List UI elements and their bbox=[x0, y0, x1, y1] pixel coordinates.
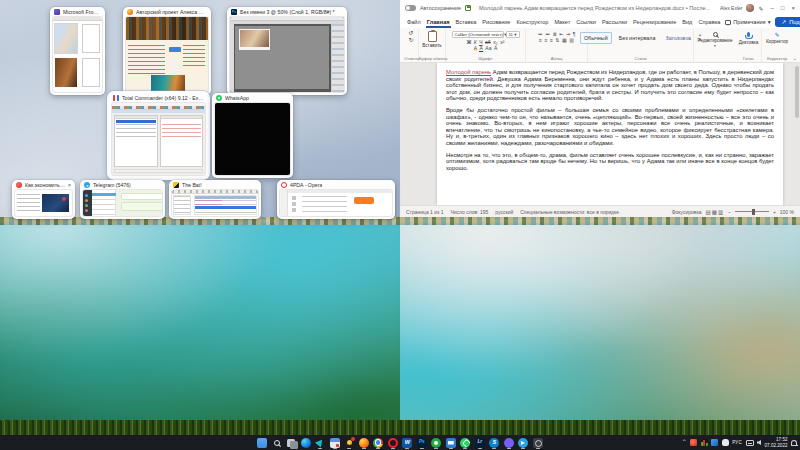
accessibility-status[interactable]: Специальные возможности: все в порядке bbox=[520, 209, 619, 215]
touch-keyboard-icon[interactable] bbox=[746, 440, 754, 446]
window-thumbnail[interactable] bbox=[83, 190, 162, 216]
close-button[interactable]: × bbox=[791, 5, 795, 11]
taskbar-task-view-button[interactable] bbox=[286, 436, 297, 450]
shading-icon[interactable]: ▦ bbox=[562, 38, 567, 43]
close-icon[interactable]: × bbox=[68, 182, 71, 188]
save-icon[interactable] bbox=[465, 5, 471, 11]
paste-button[interactable]: Вставить bbox=[422, 43, 441, 48]
task-view-card-whatsapp[interactable]: WhatsApp bbox=[212, 93, 293, 178]
word-count[interactable]: Число слов: 195 bbox=[450, 209, 488, 215]
language-indicator[interactable]: русский bbox=[495, 209, 513, 215]
tab-review[interactable]: Рецензирование bbox=[632, 18, 677, 26]
clear-format-icon[interactable]: А́ bbox=[494, 46, 497, 51]
vertical-scrollbar[interactable] bbox=[795, 66, 799, 118]
tab-draw[interactable]: Рисование bbox=[481, 18, 511, 26]
style-no-spacing[interactable]: Без интервала bbox=[616, 33, 659, 43]
taskbar-the-bat[interactable] bbox=[344, 436, 355, 450]
onedrive-icon[interactable] bbox=[722, 439, 729, 446]
redo-icon[interactable]: ↻ bbox=[408, 37, 413, 43]
tab-references[interactable]: Ссылки bbox=[575, 18, 597, 26]
task-view-card-firefox[interactable]: Авторский проект Алекса Экслера — M... bbox=[123, 7, 211, 95]
align-center-icon[interactable]: ≡ bbox=[544, 38, 547, 43]
taskbar-skype[interactable]: S bbox=[489, 436, 500, 450]
resource-monitor-icon[interactable] bbox=[701, 439, 708, 446]
multilevel-list-icon[interactable]: ≣ bbox=[553, 32, 557, 37]
task-view-card-browser-article[interactable]: Как экономить, отклю... × bbox=[12, 180, 75, 219]
tab-design[interactable]: Конструктор bbox=[515, 18, 549, 26]
tray-app-blue-icon[interactable] bbox=[711, 439, 718, 446]
bold-icon[interactable]: Ж bbox=[467, 40, 472, 45]
taskbar-total-commander[interactable] bbox=[329, 436, 340, 450]
number-list-icon[interactable]: ≕ bbox=[545, 32, 550, 37]
editing-button[interactable]: Редактирование ▾ bbox=[698, 32, 733, 48]
task-view-card-frontpage[interactable]: Microsoft FrontPage bbox=[50, 7, 105, 95]
account-name[interactable]: Alex Exler bbox=[720, 5, 743, 11]
taskbar-photoshop[interactable]: Ps bbox=[416, 436, 427, 450]
view-mode-icons[interactable]: ▤▦▥ bbox=[706, 209, 725, 215]
taskbar-clock[interactable]: 17:52 07.02.2022 bbox=[765, 437, 788, 448]
tab-help[interactable]: Справка bbox=[697, 18, 721, 26]
font-color-icon[interactable]: А bbox=[479, 46, 482, 52]
tab-home[interactable]: Главная bbox=[426, 18, 451, 26]
zoom-out-icon[interactable]: – bbox=[728, 209, 731, 215]
tab-insert[interactable]: Вставка bbox=[455, 18, 478, 26]
taskbar-viber[interactable] bbox=[503, 436, 514, 450]
tab-file[interactable]: Файл bbox=[406, 18, 422, 26]
indent-icon[interactable]: ⇥ bbox=[566, 32, 570, 37]
tray-app-red-icon[interactable] bbox=[690, 439, 697, 446]
dictate-button[interactable]: Диктовка bbox=[739, 32, 758, 45]
taskbar-mail-app[interactable] bbox=[445, 436, 456, 450]
zoom-level[interactable]: 100 % bbox=[780, 209, 794, 215]
share-button[interactable]: ↗ Поделиться bbox=[775, 17, 800, 27]
outdent-icon[interactable]: ⇤ bbox=[559, 32, 563, 37]
wallpaper-monitor-right[interactable] bbox=[400, 225, 800, 435]
strikethrough-icon[interactable]: аб bbox=[485, 40, 491, 45]
tray-overflow-chevron[interactable]: ⌃ bbox=[682, 439, 687, 445]
font-size-combobox[interactable]: 11 ▾ bbox=[506, 31, 520, 38]
taskbar-telegram[interactable] bbox=[518, 436, 529, 450]
minimize-button[interactable]: – bbox=[771, 5, 774, 11]
font-name-combobox[interactable]: Calibri (Основной текст) ▾ bbox=[452, 31, 504, 38]
align-right-icon[interactable]: ≡ bbox=[550, 38, 553, 43]
style-heading[interactable]: Заголовок bbox=[662, 33, 694, 43]
window-thumbnail[interactable] bbox=[172, 190, 258, 216]
hyperlink[interactable]: Молодой парень bbox=[446, 69, 491, 75]
window-thumbnail[interactable] bbox=[53, 17, 102, 92]
taskbar-settings[interactable] bbox=[532, 436, 543, 450]
editor-button[interactable]: ✎ Корректор bbox=[766, 32, 788, 44]
focus-mode-button[interactable]: Фокусировка bbox=[672, 209, 702, 215]
autosave-toggle[interactable] bbox=[405, 5, 416, 11]
task-view-card-telegram[interactable]: ◂ Telegram (5476) bbox=[80, 180, 165, 219]
window-thumbnail[interactable] bbox=[280, 190, 392, 216]
taskbar-start-button[interactable] bbox=[257, 436, 268, 450]
taskbar-green-messenger[interactable] bbox=[431, 436, 442, 450]
tab-view[interactable]: Вид bbox=[681, 18, 693, 26]
maximize-button[interactable]: □ bbox=[781, 5, 785, 11]
subscript-icon[interactable]: x₂ bbox=[493, 40, 497, 45]
window-thumbnail[interactable] bbox=[215, 103, 290, 175]
notifications-bell-icon[interactable] bbox=[791, 440, 797, 446]
taskbar-firefox[interactable] bbox=[358, 436, 369, 450]
zoom-slider[interactable] bbox=[735, 211, 769, 212]
window-thumbnail[interactable] bbox=[112, 103, 205, 175]
window-thumbnail[interactable] bbox=[126, 17, 208, 92]
wallpaper-monitor-left[interactable] bbox=[0, 225, 400, 435]
document-page[interactable]: Молодой парень Адам возвращается перед Р… bbox=[437, 63, 783, 205]
window-thumbnail[interactable] bbox=[15, 190, 72, 216]
underline-icon[interactable]: Ч bbox=[479, 40, 482, 45]
taskbar-edge[interactable] bbox=[300, 436, 311, 450]
task-view-card-total-commander[interactable]: Total Commander (x64) 9.12 - Exler.ru 'М… bbox=[109, 93, 208, 178]
page-indicator[interactable]: Страница 1 из 1 bbox=[406, 209, 443, 215]
task-view-card-opera[interactable]: 4PDA - Opera bbox=[277, 180, 395, 219]
highlight-color-icon[interactable]: А bbox=[474, 46, 477, 51]
taskbar-chrome[interactable] bbox=[373, 436, 384, 450]
superscript-icon[interactable]: x² bbox=[500, 40, 504, 45]
text-effects-icon[interactable]: Аа bbox=[485, 46, 491, 51]
tab-mailings[interactable]: Рассылки bbox=[601, 18, 628, 26]
task-view-card-photoshop[interactable]: Ps Без имени 3 @ 50% (Слой 1, RGB/8#) * bbox=[227, 7, 347, 95]
align-left-icon[interactable]: ≡ bbox=[539, 38, 542, 43]
bullet-list-icon[interactable]: ≔ bbox=[538, 32, 543, 37]
tab-layout[interactable]: Макет bbox=[553, 18, 571, 26]
borders-icon[interactable]: ▥ bbox=[569, 38, 574, 43]
undo-icon[interactable]: ↺ bbox=[408, 30, 413, 36]
